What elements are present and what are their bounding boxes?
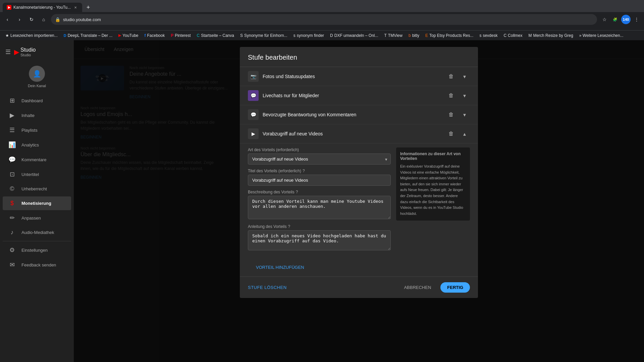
expand-benefit-livechat-button[interactable]: ▾	[459, 90, 470, 101]
bookmark-deepl[interactable]: D DeepL Translate – Der ...	[61, 32, 115, 40]
sidebar-item-playlists[interactable]: ☰ Playlists	[3, 123, 71, 137]
forward-button[interactable]: ›	[15, 15, 24, 24]
expand-benefit-fotos-button[interactable]: ▾	[459, 71, 470, 82]
fotos-icon: 📷	[248, 71, 259, 82]
bookmark-sevdesk[interactable]: s sevdesk	[477, 32, 500, 40]
sidebar-item-monetisierung[interactable]: $ Monetisierung	[3, 196, 71, 210]
yt-logo-icon: ▶	[14, 48, 19, 56]
bookmark-label: Startseite – Canva	[201, 33, 234, 38]
sidebar-item-label: Playlists	[21, 128, 38, 133]
delete-benefit-kommentare-button[interactable]: 🗑	[446, 109, 457, 120]
urheberrecht-icon: ©	[8, 185, 16, 192]
sidebar-item-dashboard[interactable]: ⊞ Dashboard	[3, 94, 71, 108]
collapse-benefit-vorabzugriff-button[interactable]: ▴	[459, 128, 470, 139]
dashboard-icon: ⊞	[8, 97, 16, 104]
address-text: studio.youtube.com	[63, 17, 101, 22]
sidebar-item-einstellungen[interactable]: ⚙ Einstellungen	[3, 243, 71, 257]
bookmark-collmex[interactable]: C Collmex	[501, 32, 525, 40]
sidebar-item-kommentare[interactable]: 💬 Kommentare	[3, 153, 71, 167]
active-tab[interactable]: ▶ Kanalmonetarisierung - YouTu... ✕	[3, 3, 82, 12]
back-button[interactable]: ‹	[3, 15, 12, 24]
bookmark-pinterest[interactable]: P Pinterest	[168, 32, 193, 40]
bookmark-label: Synonyme für Einhorn...	[244, 33, 287, 38]
benefit-type-label: Art des Vorteils (erforderlich)	[248, 147, 391, 152]
bookmark-bitly[interactable]: b bitly	[406, 32, 422, 40]
menu-button[interactable]: ⋮	[632, 15, 641, 24]
audio-icon: ♪	[8, 229, 16, 236]
benefit-item-livechat: 💬 Livechats nur für Mitglieder 🗑 ▾	[240, 86, 478, 105]
channel-name: Dein Kanal	[28, 84, 46, 88]
home-button[interactable]: ⌂	[39, 15, 48, 24]
bookmark-more[interactable]: » Weitere Lesezeichen...	[577, 32, 626, 40]
benefit-name-fotos: Fotos und Statusupdates	[263, 74, 442, 79]
bookmark-facebook[interactable]: f Facebook	[142, 32, 167, 40]
bookmark-canva[interactable]: C Startseite – Canva	[194, 32, 237, 40]
bookmark-label: Lesezeichen importieren...	[10, 33, 58, 38]
bookmark-dxf[interactable]: D DXF umwandeln – Onl...	[327, 32, 381, 40]
delete-benefit-livechat-button[interactable]: 🗑	[446, 90, 457, 101]
extensions-button[interactable]: 🧩	[610, 15, 620, 24]
benefit-title-field: Titel des Vorteils (erforderlich) ?	[248, 169, 391, 186]
youtube-icon: ▶	[118, 33, 121, 38]
delete-stufe-button[interactable]: STUFE LÖSCHEN	[248, 285, 287, 290]
bookmark-tmview[interactable]: T TMView	[381, 32, 405, 40]
sidebar-item-anpassen[interactable]: ✏ Anpassen	[3, 211, 71, 225]
sidebar-item-label: Untertitel	[21, 172, 39, 177]
instruction-help-icon[interactable]: ?	[288, 224, 290, 229]
reload-button[interactable]: ↻	[27, 15, 36, 24]
yt-logo: ▶ Studio Studio	[14, 47, 36, 57]
collmex-icon: C	[503, 33, 506, 38]
hamburger-icon[interactable]: ☰	[5, 48, 11, 56]
cancel-button[interactable]: ABBRECHEN	[398, 282, 436, 293]
bookmark-youtube[interactable]: ▶ YouTube	[116, 32, 141, 40]
bookmark-etsy[interactable]: E Top Etsy Products Res...	[423, 32, 476, 40]
modal-footer: STUFE LÖSCHEN ABBRECHEN FERTIG	[240, 277, 478, 298]
delete-benefit-vorabzugriff-button[interactable]: 🗑	[446, 128, 457, 139]
modal-title: Stufe bearbeiten	[248, 54, 470, 61]
sidebar-item-label: Einstellungen	[21, 248, 48, 253]
sidebar-item-audio[interactable]: ♪ Audio-Mediathek	[3, 226, 71, 239]
bookmark-star-button[interactable]: ☆	[600, 15, 609, 24]
sidebar-item-label: Inhalte	[21, 113, 35, 118]
yt-studio: ☰ ▶ Studio Studio 👤 Dein Kanal ⊞ Dashboa…	[0, 40, 644, 362]
sidebar-item-label: Monetisierung	[21, 201, 51, 206]
benefit-type-select[interactable]: Vorabzugriff auf neue Videos	[248, 154, 391, 165]
expand-benefit-kommentare-button[interactable]: ▾	[459, 109, 470, 120]
sidebar-item-feedback[interactable]: ✉ Feedback senden	[3, 258, 71, 272]
channel-avatar: 👤	[29, 66, 45, 82]
benefit-instruction-textarea[interactable]	[248, 230, 391, 250]
add-benefit-button[interactable]: VORTEIL HINZUFÜGEN	[248, 261, 312, 274]
bookmark-label: DXF umwandeln – Onl...	[334, 33, 378, 38]
profile-button[interactable]: 140	[621, 15, 631, 24]
bookmark-synonym-finder[interactable]: s synonym finder	[291, 32, 327, 40]
benefit-item-fotos: 📷 Fotos und Statusupdates 🗑 ▾	[240, 67, 478, 86]
expanded-benefit-form: Art des Vorteils (erforderlich) Vorabzug…	[240, 143, 478, 259]
bookmark-merch[interactable]: M Merch Resize by Greg	[526, 32, 576, 40]
sidebar-item-urheberrecht[interactable]: © Urheberrecht	[3, 182, 71, 196]
sidebar: ☰ ▶ Studio Studio 👤 Dein Kanal ⊞ Dashboa…	[0, 40, 74, 362]
studio-text: Studio	[20, 53, 36, 57]
browser-tab-bar: ▶ Kanalmonetarisierung - YouTu... ✕ +	[0, 0, 644, 12]
title-help-icon[interactable]: ?	[303, 169, 305, 173]
sidebar-item-untertitel[interactable]: ⊡ Untertitel	[3, 167, 71, 181]
analytics-icon: 📊	[8, 141, 16, 148]
browser-nav-extras: ☆ 🧩 140 ⋮	[600, 15, 641, 24]
done-button[interactable]: FERTIG	[440, 282, 470, 293]
sidebar-item-analytics[interactable]: 📊 Analytics	[3, 138, 71, 152]
bookmark-label: sevdesk	[483, 33, 497, 38]
benefit-instruction-field: Anleitung des Vorteils ?	[248, 224, 391, 251]
bookmark-import[interactable]: ★ Lesezeichen importieren...	[3, 32, 60, 40]
benefit-title-input[interactable]	[248, 175, 391, 186]
address-bar[interactable]: 🔒 studio.youtube.com	[51, 14, 597, 25]
benefit-desc-textarea[interactable]	[248, 196, 391, 219]
benefit-desc-field: Beschreibung des Vorteils ?	[248, 190, 391, 220]
new-tab-button[interactable]: +	[84, 3, 93, 12]
benefit-title-label: Titel des Vorteils (erforderlich) ?	[248, 169, 391, 173]
close-tab-button[interactable]: ✕	[73, 5, 78, 10]
delete-benefit-fotos-button[interactable]: 🗑	[446, 71, 457, 82]
desc-help-icon[interactable]: ?	[296, 190, 298, 194]
bookmark-synonyme[interactable]: S Synonyme für Einhorn...	[237, 32, 290, 40]
synonyme-icon: S	[240, 33, 243, 38]
sidebar-item-inhalte[interactable]: ▶ Inhalte	[3, 108, 71, 122]
sidebar-item-label: Analytics	[21, 142, 39, 147]
